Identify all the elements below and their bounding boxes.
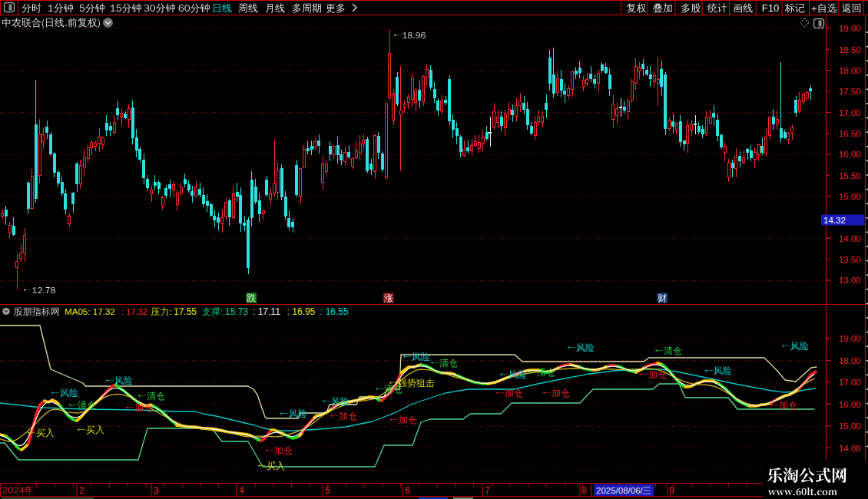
svg-text:16.50: 16.50: [839, 129, 861, 138]
svg-text:MA05: 17.32: MA05: 17.32: [65, 306, 115, 316]
svg-text:14.00: 14.00: [839, 444, 861, 453]
svg-text:17.00: 17.00: [839, 108, 861, 117]
svg-text:17.55: 17.55: [174, 306, 197, 317]
svg-text:9: 9: [669, 485, 674, 496]
svg-text:F10: F10: [762, 2, 779, 14]
svg-text:16.00: 16.00: [839, 400, 861, 409]
svg-text:18.50: 18.50: [839, 45, 861, 55]
svg-text:: 17.11: : 17.11: [253, 306, 280, 317]
svg-text:2025/08/06/: 2025/08/06/: [596, 486, 644, 495]
svg-text:3: 3: [154, 485, 159, 496]
svg-text:17.50: 17.50: [839, 87, 861, 96]
svg-text:5: 5: [325, 485, 330, 496]
svg-text:2: 2: [79, 485, 84, 496]
svg-text:19.00: 19.00: [839, 24, 861, 33]
svg-text:14.32: 14.32: [823, 216, 846, 225]
svg-text:19.00: 19.00: [839, 334, 861, 343]
svg-text:15.00: 15.00: [839, 421, 861, 431]
svg-text:15.00: 15.00: [839, 192, 861, 201]
svg-text:: 17.32: : 17.32: [121, 307, 147, 316]
svg-text:: 16.95: : 16.95: [287, 306, 316, 317]
svg-text:17.00: 17.00: [839, 378, 861, 387]
svg-text:15.50: 15.50: [839, 171, 861, 180]
svg-text:18.00: 18.00: [839, 66, 861, 75]
svg-text:13.00: 13.00: [839, 276, 861, 285]
svg-text:6: 6: [405, 485, 410, 496]
svg-text:8: 8: [581, 485, 587, 496]
svg-text:: 16.55: : 16.55: [320, 306, 349, 317]
svg-text:7: 7: [485, 485, 490, 496]
svg-text:14.00: 14.00: [839, 234, 861, 243]
svg-text:4: 4: [239, 485, 244, 496]
svg-text:18.00: 18.00: [839, 356, 861, 365]
svg-text:15.73: 15.73: [225, 306, 248, 317]
svg-text:13.50: 13.50: [839, 255, 861, 264]
svg-text:16.00: 16.00: [839, 150, 861, 159]
